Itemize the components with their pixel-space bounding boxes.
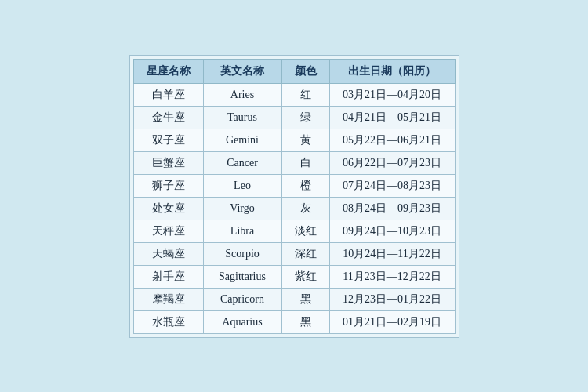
zodiac-table: 星座名称 英文名称 颜色 出生日期（阳历） 白羊座Aries红03月21日—04… xyxy=(133,59,456,334)
table-row: 金牛座Taurus绿04月21日—05月21日 xyxy=(133,106,455,129)
cell-color: 橙 xyxy=(281,174,329,197)
cell-english: Libra xyxy=(203,220,281,242)
table-row: 天蝎座Scorpio深红10月24日—11月22日 xyxy=(133,242,455,265)
header-date: 出生日期（阳历） xyxy=(329,59,455,83)
cell-chinese: 处女座 xyxy=(133,197,203,220)
table-row: 天秤座Libra淡红09月24日—10月23日 xyxy=(133,220,455,242)
table-header-row: 星座名称 英文名称 颜色 出生日期（阳历） xyxy=(133,59,455,83)
cell-color: 黑 xyxy=(281,310,329,333)
table-row: 水瓶座Aquarius黑01月21日—02月19日 xyxy=(133,310,455,333)
cell-chinese: 摩羯座 xyxy=(133,288,203,310)
cell-chinese: 天秤座 xyxy=(133,220,203,242)
cell-color: 黄 xyxy=(281,129,329,151)
cell-english: Taurus xyxy=(203,106,281,129)
cell-color: 白 xyxy=(281,151,329,174)
cell-color: 红 xyxy=(281,83,329,106)
cell-date: 05月22日—06月21日 xyxy=(329,129,455,151)
zodiac-table-wrapper: 星座名称 英文名称 颜色 出生日期（阳历） 白羊座Aries红03月21日—04… xyxy=(129,55,459,338)
cell-date: 04月21日—05月21日 xyxy=(329,106,455,129)
cell-chinese: 双子座 xyxy=(133,129,203,151)
cell-english: Scorpio xyxy=(203,242,281,265)
cell-date: 03月21日—04月20日 xyxy=(329,83,455,106)
cell-color: 紫红 xyxy=(281,265,329,288)
cell-date: 10月24日—11月22日 xyxy=(329,242,455,265)
cell-date: 08月24日—09月23日 xyxy=(329,197,455,220)
cell-english: Capricorn xyxy=(203,288,281,310)
cell-date: 11月23日—12月22日 xyxy=(329,265,455,288)
table-row: 摩羯座Capricorn黑12月23日—01月22日 xyxy=(133,288,455,310)
cell-chinese: 水瓶座 xyxy=(133,310,203,333)
cell-date: 06月22日—07月23日 xyxy=(329,151,455,174)
cell-english: Aries xyxy=(203,83,281,106)
cell-chinese: 白羊座 xyxy=(133,83,203,106)
table-row: 狮子座Leo橙07月24日—08月23日 xyxy=(133,174,455,197)
table-row: 处女座Virgo灰08月24日—09月23日 xyxy=(133,197,455,220)
cell-chinese: 巨蟹座 xyxy=(133,151,203,174)
cell-chinese: 射手座 xyxy=(133,265,203,288)
header-english: 英文名称 xyxy=(203,59,281,83)
header-color: 颜色 xyxy=(281,59,329,83)
cell-english: Cancer xyxy=(203,151,281,174)
cell-color: 绿 xyxy=(281,106,329,129)
table-row: 巨蟹座Cancer白06月22日—07月23日 xyxy=(133,151,455,174)
cell-english: Sagittarius xyxy=(203,265,281,288)
cell-date: 12月23日—01月22日 xyxy=(329,288,455,310)
cell-chinese: 金牛座 xyxy=(133,106,203,129)
table-row: 双子座Gemini黄05月22日—06月21日 xyxy=(133,129,455,151)
header-chinese: 星座名称 xyxy=(133,59,203,83)
cell-chinese: 天蝎座 xyxy=(133,242,203,265)
cell-color: 灰 xyxy=(281,197,329,220)
cell-color: 深红 xyxy=(281,242,329,265)
cell-date: 09月24日—10月23日 xyxy=(329,220,455,242)
cell-english: Aquarius xyxy=(203,310,281,333)
cell-english: Leo xyxy=(203,174,281,197)
cell-date: 01月21日—02月19日 xyxy=(329,310,455,333)
cell-date: 07月24日—08月23日 xyxy=(329,174,455,197)
cell-english: Virgo xyxy=(203,197,281,220)
cell-color: 黑 xyxy=(281,288,329,310)
table-row: 射手座Sagittarius紫红11月23日—12月22日 xyxy=(133,265,455,288)
cell-english: Gemini xyxy=(203,129,281,151)
cell-chinese: 狮子座 xyxy=(133,174,203,197)
cell-color: 淡红 xyxy=(281,220,329,242)
table-row: 白羊座Aries红03月21日—04月20日 xyxy=(133,83,455,106)
